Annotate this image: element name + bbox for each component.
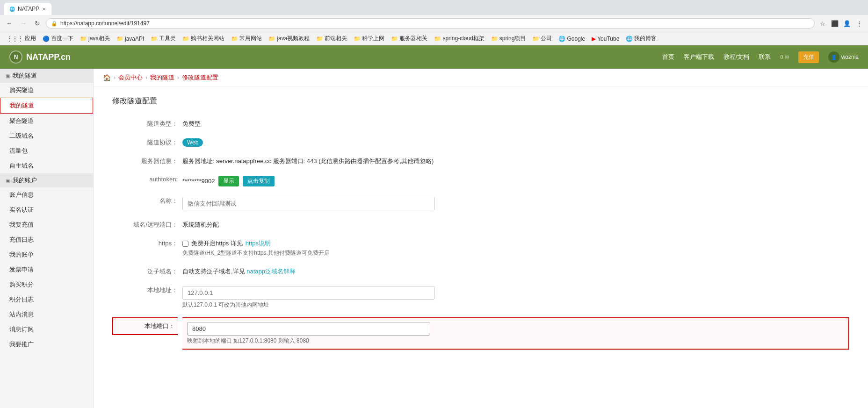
https-checkbox[interactable] xyxy=(182,241,188,247)
logo-icon: N xyxy=(9,50,22,64)
form-row-protocol: 隧道协议： Web xyxy=(112,136,849,147)
bookmark-javaapi[interactable]: 📁 javaAPI xyxy=(114,35,147,43)
https-area: 免费开启https 详见 https说明 免费隧道/HK_2型隧道不支持http… xyxy=(182,237,849,257)
folder-icon-video: 📁 xyxy=(268,36,275,42)
site-header: N NATAPP.cn 首页 客户端下载 教程/文档 联系 0 ✉ 充值 👤 w… xyxy=(0,45,868,69)
local-port-area: 映射到本地的端口 如127.0.0.1:8080 则输入 8080 xyxy=(182,317,849,350)
sidebar-item-subdomain[interactable]: 二级域名 xyxy=(0,129,93,143)
bookmark-server[interactable]: 📁 服务器相关 xyxy=(388,34,430,43)
sidebar-item-agg-tunnel[interactable]: 聚合隧道 xyxy=(0,114,93,129)
server-info-label: 服务器信息： xyxy=(112,155,178,165)
sidebar-item-traffic[interactable]: 流量包 xyxy=(0,143,93,158)
google-icon: 🌐 xyxy=(558,36,565,42)
nav-client[interactable]: 客户端下载 xyxy=(684,53,714,61)
authtoken-area: ********9002 显示 点击复制 xyxy=(182,174,849,186)
tunnel-type-label: 隧道类型： xyxy=(112,118,178,128)
bookmark-apps-label: 应用 xyxy=(25,35,36,43)
bookmark-video[interactable]: 📁 java视频教程 xyxy=(266,34,312,43)
logo-text: NATAPP.cn xyxy=(26,52,71,62)
baidu-icon: 🔵 xyxy=(43,36,50,42)
bookmark-java[interactable]: 📁 java相关 xyxy=(77,34,113,43)
bookmark-springcloud-label: spring-cloud框架 xyxy=(442,35,484,43)
bookmark-baidu[interactable]: 🔵 百度一下 xyxy=(40,34,76,43)
extensions-icon[interactable]: ⬛ xyxy=(830,18,840,29)
copy-authtoken-button[interactable]: 点击复制 xyxy=(243,176,275,186)
bookmark-frontend[interactable]: 📁 前端相关 xyxy=(313,34,350,43)
bookmark-vpn-label: 科学上网 xyxy=(362,35,384,43)
tab-close-btn[interactable]: ✕ xyxy=(42,7,46,12)
breadcrumb-member-center[interactable]: 会员中心 xyxy=(118,73,143,82)
https-row: 免费开启https 详见 https说明 xyxy=(182,239,849,248)
page-wrapper: N NATAPP.cn 首页 客户端下载 教程/文档 联系 0 ✉ 充值 👤 w… xyxy=(0,45,868,408)
active-tab[interactable]: 🌐 NATAPP ✕ xyxy=(4,3,51,15)
wildcard-link[interactable]: natapp泛域名解释 xyxy=(246,268,296,275)
bookmark-tools[interactable]: 📁 工具类 xyxy=(148,34,179,43)
star-icon[interactable]: ☆ xyxy=(817,18,828,29)
tab-title: NATAPP xyxy=(18,6,39,12)
form-row-authtoken: authtoken: ********9002 显示 点击复制 xyxy=(112,174,849,186)
https-link[interactable]: https说明 xyxy=(246,239,271,248)
bookmark-google-label: Google xyxy=(567,36,585,42)
bookmark-company[interactable]: 📁 公司 xyxy=(529,34,555,43)
sidebar-item-invoice[interactable]: 发票申请 xyxy=(0,262,93,277)
sidebar-item-buy-tunnel[interactable]: 购买隧道 xyxy=(0,83,93,98)
sidebar-item-bills[interactable]: 我的账单 xyxy=(0,247,93,262)
show-authtoken-button[interactable]: 显示 xyxy=(218,176,239,186)
folder-icon-server: 📁 xyxy=(391,36,398,42)
nav-contact[interactable]: 联系 xyxy=(759,53,771,61)
folder-icon-javaapi: 📁 xyxy=(116,36,123,42)
profile-icon[interactable]: 👤 xyxy=(842,18,852,29)
bookmark-books[interactable]: 📁 购书相关网站 xyxy=(180,34,227,43)
recharge-button[interactable]: 充值 xyxy=(798,51,819,63)
browser-toolbar: ← → ↻ 🔒 https://natapp.cn/tunnel/edit/19… xyxy=(0,15,868,32)
breadcrumb-home-icon[interactable]: 🏠 xyxy=(103,74,111,81)
address-bar[interactable]: 🔒 https://natapp.cn/tunnel/edit/191497 xyxy=(46,18,815,29)
nav-docs[interactable]: 教程/文档 xyxy=(723,53,750,61)
folder-icon-vpn: 📁 xyxy=(354,36,361,42)
local-addr-input[interactable] xyxy=(182,286,435,300)
sidebar-item-recharge[interactable]: 我要充值 xyxy=(0,217,93,232)
mail-badge: 0 ✉ xyxy=(780,54,788,60)
bookmark-common[interactable]: 📁 常用网站 xyxy=(228,34,265,43)
form-row-tunnel-type: 隧道类型： 免费型 xyxy=(112,118,849,128)
sidebar-item-messages[interactable]: 站内消息 xyxy=(0,307,93,322)
reload-button[interactable]: ↻ xyxy=(32,18,43,29)
lock-icon: 🔒 xyxy=(51,21,58,27)
more-icon[interactable]: ⋮ xyxy=(854,18,864,29)
sidebar-item-domain[interactable]: 自主域名 xyxy=(0,158,93,173)
sidebar-item-subscribe[interactable]: 消息订阅 xyxy=(0,322,93,337)
bookmark-blog-label: 我的博客 xyxy=(634,35,657,43)
sidebar-item-realname[interactable]: 实名认证 xyxy=(0,202,93,217)
name-input[interactable] xyxy=(182,197,435,210)
bookmark-video-label: java视频教程 xyxy=(277,35,310,43)
bookmark-apps[interactable]: ⋮⋮⋮ 应用 xyxy=(4,34,39,43)
bookmark-vpn[interactable]: 📁 科学上网 xyxy=(351,34,387,43)
nav-home[interactable]: 首页 xyxy=(662,53,674,61)
protocol-value: Web xyxy=(182,136,849,147)
sidebar-item-promote[interactable]: 我要推广 xyxy=(0,337,93,352)
https-label: https： xyxy=(112,237,178,248)
user-avatar: 👤 xyxy=(828,51,839,63)
sidebar-item-points-log[interactable]: 积分日志 xyxy=(0,292,93,307)
sidebar-item-my-tunnel[interactable]: 我的隧道 xyxy=(0,98,93,114)
bookmark-springcloud[interactable]: 📁 spring-cloud框架 xyxy=(431,34,487,43)
bookmark-server-label: 服务器相关 xyxy=(399,35,427,43)
back-button[interactable]: ← xyxy=(4,18,15,29)
sidebar-item-buy-points[interactable]: 购买积分 xyxy=(0,277,93,292)
folder-icon-books: 📁 xyxy=(182,36,189,42)
sidebar-item-recharge-log[interactable]: 充值日志 xyxy=(0,232,93,247)
apps-icon: ⋮⋮⋮ xyxy=(7,36,23,42)
https-checkbox-label: 免费开启https 详见 xyxy=(191,239,243,248)
bookmark-spring-label: spring项目 xyxy=(499,35,526,43)
bookmark-youtube[interactable]: ▶ YouTube xyxy=(589,35,622,43)
bookmark-spring[interactable]: 📁 spring项目 xyxy=(488,34,529,43)
bookmark-google[interactable]: 🌐 Google xyxy=(556,35,588,43)
sidebar-section-icon-2: ▣ xyxy=(6,178,10,183)
forward-button[interactable]: → xyxy=(18,18,29,29)
breadcrumb-my-tunnel[interactable]: 我的隧道 xyxy=(150,73,174,82)
sidebar-item-account-info[interactable]: 账户信息 xyxy=(0,187,93,202)
bookmark-blog[interactable]: 🌐 我的博客 xyxy=(623,34,659,43)
local-port-input[interactable] xyxy=(187,322,430,336)
folder-icon-company: 📁 xyxy=(532,36,539,42)
sidebar-section-account-title: 我的账户 xyxy=(13,176,37,185)
